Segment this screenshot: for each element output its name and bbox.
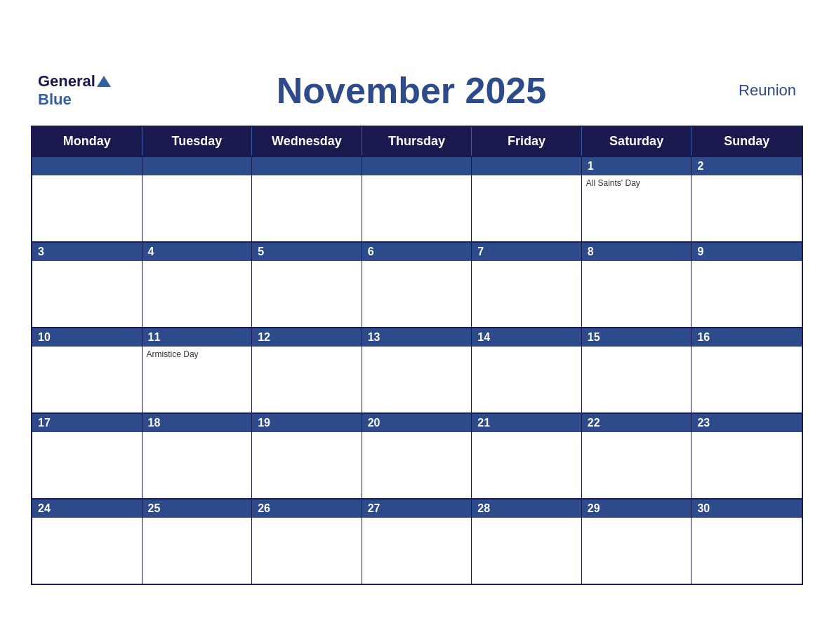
day-cell bbox=[472, 157, 582, 241]
calendar-container: General Blue November 2025 Reunion Monda… bbox=[31, 59, 803, 585]
day-number: 16 bbox=[691, 328, 802, 347]
day-cell: 9 bbox=[691, 243, 802, 327]
day-number: 17 bbox=[32, 414, 142, 432]
day-number: 6 bbox=[362, 243, 472, 261]
day-cell: 27 bbox=[362, 499, 472, 584]
day-header-thursday: Thursday bbox=[362, 127, 472, 156]
day-cell: 15 bbox=[582, 328, 692, 412]
week-row-3: 1011Armistice Day1213141516 bbox=[32, 327, 802, 412]
day-number: 2 bbox=[691, 157, 802, 175]
day-cell: 1All Saints' Day bbox=[582, 157, 692, 241]
day-number: 22 bbox=[582, 414, 691, 432]
day-number: 26 bbox=[252, 499, 362, 518]
day-cell: 7 bbox=[472, 243, 582, 327]
logo-blue-text: Blue bbox=[38, 90, 72, 109]
day-cell: 2 bbox=[691, 157, 802, 241]
calendar-header: General Blue November 2025 Reunion bbox=[31, 59, 803, 126]
day-cell: 10 bbox=[32, 328, 143, 412]
day-header-saturday: Saturday bbox=[582, 127, 692, 156]
day-header-wednesday: Wednesday bbox=[252, 127, 362, 156]
day-cell: 17 bbox=[32, 414, 143, 498]
week-row-1: 1All Saints' Day2 bbox=[32, 156, 802, 241]
day-cell: 8 bbox=[582, 243, 692, 327]
day-cell: 19 bbox=[252, 414, 362, 498]
calendar-grid: MondayTuesdayWednesdayThursdayFridaySatu… bbox=[31, 126, 803, 585]
day-cell: 23 bbox=[691, 414, 802, 498]
day-number: 24 bbox=[32, 499, 142, 518]
week-row-2: 3456789 bbox=[32, 241, 802, 327]
day-cell: 30 bbox=[691, 499, 802, 584]
day-number: 1 bbox=[582, 157, 691, 175]
day-cell bbox=[252, 157, 362, 241]
day-number: 30 bbox=[691, 499, 802, 518]
day-number: 28 bbox=[472, 499, 581, 518]
day-cell: 12 bbox=[252, 328, 362, 412]
day-header-sunday: Sunday bbox=[691, 127, 802, 156]
day-cell: 13 bbox=[362, 328, 472, 412]
logo-triangle-icon bbox=[97, 76, 111, 87]
day-number: 19 bbox=[252, 414, 362, 432]
day-cell: 26 bbox=[252, 499, 362, 584]
day-number bbox=[472, 157, 581, 175]
day-number: 23 bbox=[691, 414, 802, 432]
day-cell: 28 bbox=[472, 499, 582, 584]
day-number: 12 bbox=[252, 328, 362, 347]
day-event: Armistice Day bbox=[143, 347, 252, 362]
day-header-tuesday: Tuesday bbox=[143, 127, 253, 156]
day-cell: 3 bbox=[32, 243, 143, 327]
day-cell: 5 bbox=[252, 243, 362, 327]
day-number: 3 bbox=[32, 243, 142, 261]
day-number: 15 bbox=[582, 328, 691, 347]
day-cell bbox=[362, 157, 472, 241]
day-cell: 29 bbox=[582, 499, 692, 584]
day-number: 27 bbox=[362, 499, 472, 518]
day-number: 14 bbox=[472, 328, 581, 347]
day-number bbox=[32, 157, 142, 175]
day-number bbox=[252, 157, 362, 175]
day-cell: 6 bbox=[362, 243, 472, 327]
day-headers-row: MondayTuesdayWednesdayThursdayFridaySatu… bbox=[32, 127, 802, 156]
day-number: 11 bbox=[143, 328, 252, 347]
week-row-4: 17181920212223 bbox=[32, 412, 802, 498]
day-cell: 24 bbox=[32, 499, 143, 584]
day-header-monday: Monday bbox=[32, 127, 143, 156]
day-number: 7 bbox=[472, 243, 581, 261]
day-cell: 20 bbox=[362, 414, 472, 498]
day-cell: 21 bbox=[472, 414, 582, 498]
day-number: 18 bbox=[143, 414, 252, 432]
day-cell: 22 bbox=[582, 414, 692, 498]
day-number: 10 bbox=[32, 328, 142, 347]
day-cell: 4 bbox=[143, 243, 253, 327]
calendar-region: Reunion bbox=[712, 81, 796, 100]
day-number: 21 bbox=[472, 414, 581, 432]
day-number: 9 bbox=[691, 243, 802, 261]
day-number: 5 bbox=[252, 243, 362, 261]
calendar-title: November 2025 bbox=[277, 69, 546, 112]
day-number: 20 bbox=[362, 414, 472, 432]
day-number bbox=[362, 157, 472, 175]
day-cell: 25 bbox=[143, 499, 253, 584]
week-row-5: 24252627282930 bbox=[32, 498, 802, 584]
day-cell: 18 bbox=[143, 414, 253, 498]
day-cell bbox=[32, 157, 143, 241]
day-number: 4 bbox=[143, 243, 252, 261]
day-number: 13 bbox=[362, 328, 472, 347]
logo-general-text: General bbox=[38, 72, 95, 90]
day-header-friday: Friday bbox=[472, 127, 582, 156]
day-event: All Saints' Day bbox=[582, 175, 691, 191]
day-cell bbox=[143, 157, 253, 241]
day-cell: 11Armistice Day bbox=[143, 328, 253, 412]
day-cell: 16 bbox=[691, 328, 802, 412]
day-number: 8 bbox=[582, 243, 691, 261]
day-number: 25 bbox=[143, 499, 252, 518]
logo-area: General Blue bbox=[38, 72, 111, 109]
day-cell: 14 bbox=[472, 328, 582, 412]
day-number bbox=[143, 157, 252, 175]
day-number: 29 bbox=[582, 499, 691, 518]
